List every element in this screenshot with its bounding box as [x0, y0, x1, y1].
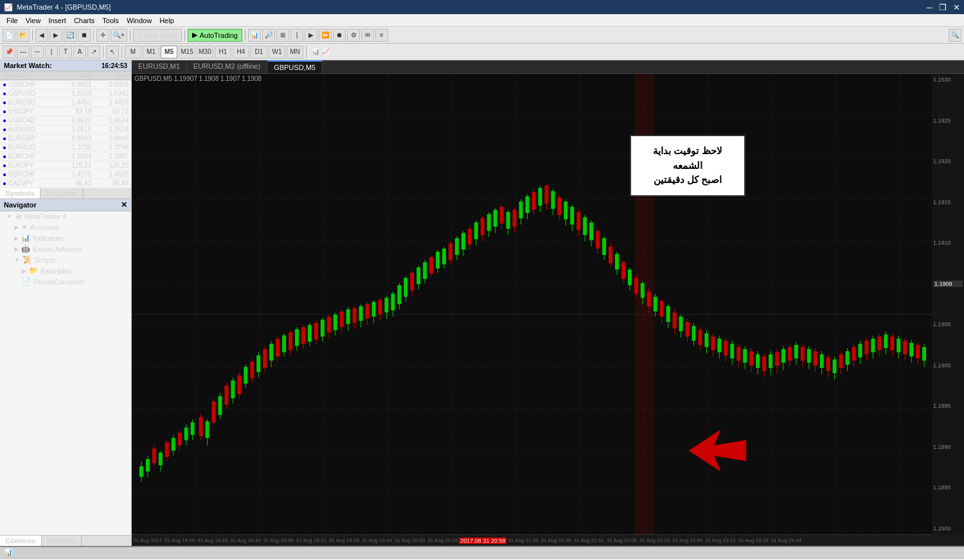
tf-m1[interactable]: M1	[143, 46, 159, 58]
market-table-row[interactable]: ● USDCHF 0.8921 0.8925	[0, 80, 131, 89]
grid-btn[interactable]: ⊞	[276, 29, 289, 42]
line-btn[interactable]: —	[17, 46, 30, 58]
nav-item-metatrader4[interactable]: ▼ 🖥 MetaTrader 4	[0, 211, 131, 222]
market-table-row[interactable]: ● EURGBP 0.8843 0.8846	[0, 134, 131, 143]
svg-rect-121	[449, 243, 452, 260]
col-ask: Ask	[94, 71, 131, 80]
nav-item-accounts[interactable]: ▶ ★ Accounts	[0, 222, 131, 232]
svg-rect-202	[704, 333, 708, 347]
ohlc-btn[interactable]: |	[290, 29, 303, 42]
nav-item-indicators[interactable]: ▶ 📊 Indicators	[0, 232, 131, 243]
col-symbol: Symbol	[0, 71, 57, 80]
new-order-button[interactable]: + New Order	[133, 29, 183, 42]
market-table-row[interactable]: ● EURUSD 1.4451 1.4453	[0, 98, 131, 107]
menu-file[interactable]: File	[3, 15, 22, 26]
zoom-out-btn[interactable]: 🔎	[262, 29, 275, 42]
market-table-row[interactable]: ● AUDUSD 1.0515 1.0518	[0, 125, 131, 134]
close-btn[interactable]: ✕	[953, 3, 960, 12]
svg-rect-270	[922, 347, 926, 360]
market-table-row[interactable]: ● USDCAD 0.9620 0.9624	[0, 116, 131, 125]
arrow-btn[interactable]: ↗	[87, 46, 100, 58]
nav-item-expert-advisors[interactable]: ▶ 🤖 Expert Advisors	[0, 243, 131, 254]
more-btn[interactable]: ≡	[375, 29, 388, 42]
menu-charts[interactable]: Charts	[70, 15, 98, 26]
pin-btn[interactable]: 📌	[3, 46, 15, 58]
tf-m30[interactable]: M30	[197, 46, 213, 58]
tab-favorites[interactable]: Favorites	[42, 536, 82, 546]
menu-help[interactable]: Help	[156, 15, 178, 26]
tab-eurusd-m1[interactable]: EURUSD,M1	[132, 60, 187, 73]
label-btn[interactable]: A	[73, 46, 86, 58]
market-ask: 86.49	[94, 179, 131, 188]
market-table-row[interactable]: ● USDJPY 83.19 83.22	[0, 107, 131, 116]
tf-h1[interactable]: H1	[215, 46, 231, 58]
forward-btn[interactable]: ▶	[49, 29, 62, 42]
zoom-in-btn[interactable]: 🔍+	[111, 29, 127, 42]
open-btn[interactable]: 📂	[17, 29, 30, 42]
market-symbol: ● EURGBP	[0, 134, 57, 143]
menu-window[interactable]: Window	[123, 15, 156, 26]
tab-tick-chart[interactable]: Tick Chart	[40, 188, 84, 198]
tf-d1[interactable]: D1	[251, 46, 267, 58]
chart-tabs: EURUSD,M1 EURUSD,M2 (offline) GBPUSD,M5	[132, 60, 964, 74]
market-bid: 120.21	[57, 161, 94, 170]
indicators-btn[interactable]: 📊	[248, 29, 261, 42]
tf-m5[interactable]: M5	[161, 46, 177, 58]
menu-tools[interactable]: Tools	[98, 15, 123, 26]
svg-rect-182	[641, 283, 645, 298]
new-chart-btn[interactable]: 📄	[3, 29, 15, 42]
market-ask: 120.25	[94, 161, 131, 170]
search-btn[interactable]: 🔍	[949, 29, 961, 42]
select-btn[interactable]: ↖	[106, 46, 119, 58]
bottom-tabs: Common Favorites	[0, 535, 131, 546]
play2-btn[interactable]: ⏩	[319, 29, 332, 42]
tab-symbols[interactable]: Symbols	[0, 188, 40, 198]
market-ask: 1.2897	[94, 152, 131, 161]
nav-scripts-label: Scripts	[34, 256, 56, 264]
nav-item-scripts[interactable]: ▼ 📜 Scripts	[0, 254, 131, 265]
text-btn[interactable]: T	[59, 46, 72, 58]
tab-eurusd-m2-offline[interactable]: EURUSD,M2 (offline)	[187, 60, 267, 73]
market-table-row[interactable]: ● EURCHF 1.2894 1.2897	[0, 152, 131, 161]
market-table-row[interactable]: ● CADJPY 86.43 86.49	[0, 179, 131, 188]
navigator-close-btn[interactable]: ✕	[121, 200, 127, 209]
tf-mn[interactable]: MN	[287, 46, 303, 58]
nav-item-period-converter[interactable]: 📄 PeriodConverter	[0, 276, 131, 287]
vline-btn[interactable]: |	[45, 46, 58, 58]
st-close-icon[interactable]: ✕	[955, 549, 960, 556]
svg-rect-155	[557, 197, 561, 215]
tf-h4[interactable]: H4	[233, 46, 249, 58]
nav-item-examples[interactable]: ▶ 📁 Examples	[0, 265, 131, 276]
tab-common[interactable]: Common	[0, 536, 42, 546]
minimize-btn[interactable]: ─	[927, 3, 933, 12]
crosshair-btn[interactable]: ✛	[96, 29, 109, 42]
record-btn[interactable]: ⏺	[333, 29, 346, 42]
refresh-btn[interactable]: 🔄	[64, 29, 76, 42]
settings2-btn[interactable]: ⚙	[347, 29, 360, 42]
tf-m15[interactable]: M15	[179, 46, 195, 58]
market-table-row[interactable]: ● GBPCHF 1.4575 1.4585	[0, 170, 131, 179]
new-order-icon: +	[138, 31, 141, 39]
market-symbol: ● EURJPY	[0, 161, 57, 170]
svg-rect-262	[897, 338, 900, 352]
tf-w1[interactable]: W1	[269, 46, 285, 58]
play-btn[interactable]: ▶	[305, 29, 317, 42]
market-ask: 1.0518	[94, 125, 131, 134]
market-table-row[interactable]: ● EURAUD 1.3736 1.3748	[0, 143, 131, 152]
market-bid: 1.2894	[57, 152, 94, 161]
st-resize-icon[interactable]: ▲	[943, 549, 950, 556]
hline-btn[interactable]: ─	[31, 46, 44, 58]
restore-btn[interactable]: ❐	[939, 3, 947, 12]
tf-m[interactable]: M	[125, 46, 141, 58]
back-btn[interactable]: ◀	[35, 29, 48, 42]
menu-view[interactable]: View	[22, 15, 45, 26]
market-table-row[interactable]: ● GBPUSD 1.6339 1.6342	[0, 89, 131, 98]
st-title: Strategy Tester	[15, 549, 66, 557]
menu-insert[interactable]: Insert	[44, 15, 70, 26]
stop-btn[interactable]: ⏹	[78, 29, 91, 42]
market-table-row[interactable]: ● EURJPY 120.21 120.25	[0, 161, 131, 170]
email-btn[interactable]: ✉	[361, 29, 374, 42]
market-symbol: ● GBPUSD	[0, 89, 57, 98]
autotrading-button[interactable]: ▶ AutoTrading	[188, 29, 242, 42]
tab-gbpusd-m5[interactable]: GBPUSD,M5	[267, 60, 323, 73]
